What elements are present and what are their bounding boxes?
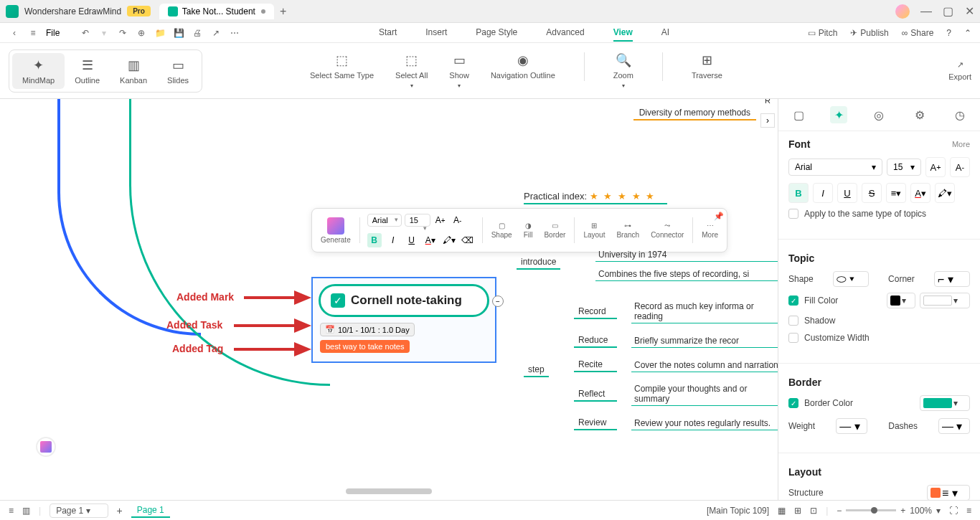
panel-strike[interactable]: S [862,183,882,203]
branch-record[interactable]: Record [574,305,617,319]
share-button[interactable]: ∞ Share [902,28,934,38]
branch-diversity[interactable]: Diversity of memory methods [633,106,756,120]
fill-button[interactable]: ◑Fill [518,219,539,242]
collapse-button[interactable]: − [492,296,504,307]
traverse-button[interactable]: ⊞Traverse [692,52,722,89]
panel-italic[interactable]: I [813,183,833,203]
border-color-select[interactable]: ▾ [920,395,970,411]
border-button[interactable]: ▭Border [538,219,571,242]
branch-review-text[interactable]: Review your notes regularly results. [631,417,778,430]
shadow-checkbox[interactable] [788,316,798,326]
zoom-in-button[interactable]: + [900,506,905,516]
branch-step[interactable]: step [524,363,549,377]
nav-outline-button[interactable]: ◉Navigation Outline [491,52,555,89]
branch-button[interactable]: ⊶Branch [611,219,645,242]
branch-record-text[interactable]: Record as much key informa or reading [631,300,778,323]
panel-bold[interactable]: B [788,183,809,203]
branch-recite-text[interactable]: Cover the notes column and narration [631,359,778,372]
branch-reflect-text[interactable]: Compile your thoughts and or summary [631,382,778,406]
maximize-button[interactable]: ▢ [943,6,953,16]
branch-intro2[interactable]: Combines the five steps of recording, si [595,268,778,281]
mode-outline[interactable]: ☰Outline [65,53,110,89]
branch-intro1[interactable]: University in 1974 [595,248,778,262]
dashes-select[interactable]: — ▾ [938,418,970,434]
highlight-button[interactable]: 🖍▾ [442,233,456,247]
tab-add-button[interactable]: + [280,5,286,18]
menu-ai[interactable]: AI [661,24,669,42]
sb-panel-icon[interactable]: ▥ [22,506,30,516]
sb-more-button[interactable]: ≡ [966,506,971,516]
export-button[interactable]: ↗Export [948,60,971,81]
bold-button[interactable]: B [367,233,382,247]
sb-icon-3[interactable]: ⊡ [810,506,817,516]
custom-width-checkbox[interactable] [788,333,798,343]
minimize-button[interactable]: — [921,6,931,16]
pin-icon[interactable]: 📌 [714,212,724,221]
menu-insert[interactable]: Insert [425,24,447,42]
publish-button[interactable]: ✈ Publish [850,28,888,38]
canvas[interactable]: Diversity of memory methods R T › Practi… [0,99,778,500]
weight-select[interactable]: — ▾ [836,418,867,434]
clear-format-button[interactable]: ⌫ [461,233,475,247]
underline-button[interactable]: U [405,233,419,247]
font-shrink-panel[interactable]: A- [950,157,970,177]
border-color-checkbox[interactable]: ✓ [788,398,798,408]
layout-button[interactable]: ⊞Layout [578,219,611,242]
fill-color-checkbox[interactable]: ✓ [788,296,798,306]
shape-select[interactable]: ⬭ ▾ [833,271,869,287]
font-color-button[interactable]: A▾ [423,233,438,247]
fill-color-2[interactable]: ▾ [920,293,970,308]
font-size-field[interactable]: 15▾ [887,159,921,176]
more-format-button[interactable]: ⋯More [696,219,724,242]
mode-mindmap[interactable]: ✦MindMap [12,53,65,89]
corner-select[interactable]: ⌐ ▾ [934,271,970,287]
sb-icon-2[interactable]: ⊞ [794,506,801,516]
menu-advanced[interactable]: Advanced [546,24,584,42]
font-shrink-button[interactable]: A- [451,213,465,227]
panel-tab-history[interactable]: ◷ [951,106,969,123]
pitch-button[interactable]: ▭ Pitch [808,28,838,38]
panel-underline[interactable]: U [837,183,857,203]
close-button[interactable]: ✕ [964,6,974,16]
zoom-slider[interactable] [846,509,896,511]
font-more[interactable]: More [952,140,970,148]
font-size-select[interactable]: 15 [405,214,430,227]
menu-start[interactable]: Start [379,24,397,42]
mode-slides[interactable]: ▭Slides [157,53,199,89]
branch-review[interactable]: Review [574,416,617,430]
select-all-button[interactable]: ⬚Select All▾ [395,52,428,89]
export-quick-button[interactable]: ↗ [210,28,222,38]
document-tab[interactable]: Take Not... Student [159,4,274,19]
add-page-button[interactable]: + [117,505,123,516]
branch-reduce[interactable]: Reduce [574,334,617,348]
generate-button[interactable]: Generate [315,214,357,247]
italic-button[interactable]: I [386,233,400,247]
collapse-ribbon-icon[interactable]: ⌃ [964,28,971,38]
panel-font-color[interactable]: A▾ [910,183,930,203]
branch-reduce-text[interactable]: Briefly summarize the recor [631,334,778,348]
branch-introduce[interactable]: introduce [517,255,560,270]
structure-select[interactable]: ≡ ▾ [927,485,970,500]
shape-button[interactable]: ▢Shape [486,219,518,242]
panel-align[interactable]: ≡▾ [886,183,906,203]
node-title[interactable]: Cornell note-taking [351,293,462,308]
save-button[interactable]: 💾 [173,28,184,38]
task-badge[interactable]: 📅 10/1 - 10/1 : 1.0 Day [320,323,415,336]
panel-tab-ai[interactable]: ✦ [830,106,847,123]
more-quick-button[interactable]: ⋯ [229,28,240,38]
menu-icon[interactable]: ≡ [27,28,39,38]
fullscreen-button[interactable]: ⛶ [949,506,958,516]
selected-node[interactable]: ✓ Cornell note-taking − 📅 10/1 - 10/1 : … [311,277,496,363]
apply-same-type-checkbox[interactable] [788,209,798,219]
menu-view[interactable]: View [613,24,633,42]
panel-tab-location[interactable]: ◎ [870,106,887,123]
font-grow-panel[interactable]: A+ [925,157,946,177]
panel-highlight[interactable]: 🖍▾ [935,183,955,203]
zoom-button[interactable]: 🔍Zoom▾ [613,52,633,89]
node-main[interactable]: ✓ Cornell note-taking [319,284,489,317]
ai-float-button[interactable] [36,437,56,457]
fill-color-1[interactable]: ▾ [887,293,915,308]
mode-kanban[interactable]: ▥Kanban [110,53,157,89]
zoom-out-button[interactable]: − [837,506,842,516]
back-button[interactable]: ‹ [9,28,20,38]
